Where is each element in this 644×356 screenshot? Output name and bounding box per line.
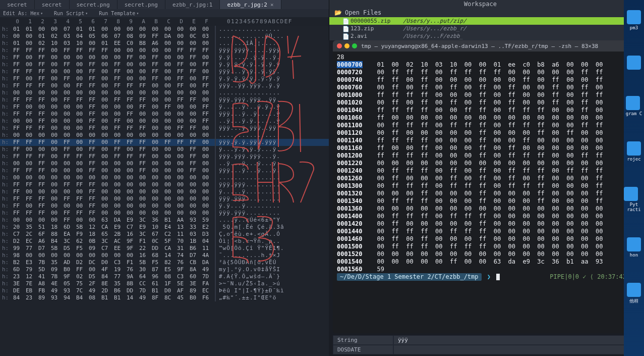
hex-byte[interactable]: 01 [98, 40, 111, 47]
hex-byte[interactable]: 02 [35, 40, 48, 47]
hex-byte[interactable]: FF [124, 111, 136, 118]
hex-byte[interactable]: 35 [48, 259, 61, 266]
hex-byte[interactable]: FF [174, 75, 187, 82]
hex-byte[interactable]: 00 [136, 174, 149, 181]
hex-byte[interactable]: 00 [149, 132, 161, 139]
hex-byte[interactable]: 00 [48, 188, 61, 195]
hex-byte[interactable]: 00 [124, 68, 136, 75]
hex-byte[interactable]: D5 [86, 273, 98, 280]
hex-byte[interactable]: 1B [187, 238, 199, 245]
hex-byte[interactable]: FF [136, 160, 149, 167]
hex-byte[interactable]: 00 [161, 96, 174, 104]
hex-byte[interactable]: 3C [61, 238, 73, 245]
hex-byte[interactable]: FF [136, 82, 149, 89]
hex-byte[interactable]: 05 [86, 33, 98, 40]
hex-byte[interactable]: 67 [149, 231, 161, 238]
hex-byte[interactable]: 00 [86, 54, 98, 61]
hex-byte[interactable]: 00 [149, 47, 161, 54]
hex-row[interactable]: h:9977D75BD5F509C7EE9F22DDCA31B611™wÖ[Õõ… [0, 245, 329, 252]
hex-byte[interactable]: FF [61, 146, 73, 153]
tab[interactable]: ezbb_r.jpg:1 [165, 0, 220, 9]
hex-byte[interactable]: FF [23, 47, 35, 54]
hex-byte[interactable]: FF [61, 153, 73, 160]
hex-byte[interactable]: 00 [136, 68, 149, 75]
ascii-cell[interactable]: ÿÿÿ...ÿ..ÿ.....ÿ [219, 111, 315, 118]
hex-byte[interactable]: FF [187, 96, 199, 104]
hex-byte[interactable]: 00 [124, 181, 136, 188]
hex-byte[interactable]: 23 [10, 273, 23, 280]
hex-byte[interactable]: 00 [199, 202, 212, 210]
hex-byte[interactable]: F5 [149, 259, 161, 266]
hex-byte[interactable]: 00 [86, 89, 98, 96]
hex-byte[interactable]: 00 [124, 26, 136, 33]
hex-byte[interactable]: FF [136, 146, 149, 153]
hex-row[interactable]: h:6D795D09B0FF004F19763087E59F8A49my].°ÿ… [0, 266, 329, 273]
hex-byte[interactable]: 00 [23, 118, 35, 125]
hex-byte[interactable]: 93 [61, 287, 73, 294]
desktop-item[interactable]: Pyt racti [624, 187, 644, 212]
hex-byte[interactable]: FF [187, 54, 199, 61]
hex-byte[interactable]: 00 [61, 118, 73, 125]
hex-byte[interactable]: 00 [73, 68, 86, 75]
hex-byte[interactable]: 00 [98, 111, 111, 118]
hex-byte[interactable]: FF [187, 139, 199, 146]
hex-byte[interactable]: 00 [124, 174, 136, 181]
hex-byte[interactable]: 00 [111, 167, 124, 174]
hex-byte[interactable]: FF [124, 82, 136, 89]
hex-byte[interactable]: 00 [174, 132, 187, 139]
hex-byte[interactable]: 00 [187, 40, 199, 47]
hex-byte[interactable]: FF [86, 47, 98, 54]
hex-byte[interactable]: D0 [98, 259, 111, 266]
hex-byte[interactable]: 68 [149, 252, 161, 259]
hex-byte[interactable]: FF [10, 61, 23, 68]
hex-byte[interactable]: 5B [73, 224, 86, 231]
hex-byte[interactable]: FF [35, 61, 48, 68]
hex-byte[interactable]: FF [35, 139, 48, 146]
hex-byte[interactable]: FF [111, 75, 124, 82]
hex-byte[interactable]: FF [136, 139, 149, 146]
window-controls[interactable] [337, 43, 357, 48]
hex-byte[interactable]: 00 [124, 104, 136, 111]
hex-byte[interactable]: 75 [73, 280, 86, 287]
hex-byte[interactable]: 00 [149, 174, 161, 181]
hex-row[interactable]: h:DEEBFB49937C492DB6DD7DB1D0AF89ECÞëû I"… [0, 287, 329, 294]
hex-byte[interactable]: 00 [23, 54, 35, 61]
hex-byte[interactable]: FF [136, 153, 149, 160]
hex-byte[interactable]: FF [73, 82, 86, 89]
hex-byte[interactable]: 63 [98, 217, 111, 224]
hex-byte[interactable]: 61 [149, 280, 161, 287]
hex-byte[interactable]: 82 [161, 259, 174, 266]
hex-byte[interactable]: FF [111, 125, 124, 132]
hex-byte[interactable]: E2 [199, 224, 212, 231]
hex-byte[interactable]: 00 [187, 210, 199, 217]
hex-byte[interactable]: 00 [98, 75, 111, 82]
ascii-cell[interactable]: ..ÿ...ÿ.ÿ......ÿ [219, 118, 315, 125]
hex-byte[interactable]: 00 [111, 160, 124, 167]
hex-byte[interactable]: FF [124, 125, 136, 132]
hex-byte[interactable]: 00 [48, 132, 61, 139]
hex-byte[interactable]: EC [199, 287, 212, 294]
hex-byte[interactable]: FF [86, 139, 98, 146]
hex-byte[interactable]: 16 [124, 231, 136, 238]
hex-byte[interactable]: 8F [149, 294, 161, 301]
ascii-cell[interactable]: ÿ.ÿ.ÿ.ÿ.ÿ..ÿ.ÿ.ÿ [219, 61, 315, 68]
hex-byte[interactable]: 74 [174, 252, 187, 259]
hex-byte[interactable]: FF [187, 47, 199, 54]
hex-byte[interactable]: 41 [35, 273, 48, 280]
hex-byte[interactable]: FF [111, 118, 124, 125]
hex-byte[interactable]: 00 [48, 104, 61, 111]
hex-byte[interactable]: 00 [199, 174, 212, 181]
hex-byte[interactable]: 00 [48, 75, 61, 82]
hex-byte[interactable]: 00 [61, 252, 73, 259]
hex-byte[interactable]: 00 [174, 210, 187, 217]
hex-byte[interactable]: FF [86, 68, 98, 75]
hex-byte[interactable]: 00 [98, 139, 111, 146]
hex-byte[interactable]: 00 [23, 75, 35, 82]
hex-byte[interactable]: 00 [149, 167, 161, 174]
hex-byte[interactable]: 00 [48, 89, 61, 96]
ascii-cell[interactable]: ÿ.....ÿ......... [219, 188, 315, 195]
hex-byte[interactable]: FF [73, 210, 86, 217]
hex-byte[interactable]: 00 [111, 47, 124, 54]
hex-byte[interactable]: 00 [111, 104, 124, 111]
hex-byte[interactable]: FF [187, 167, 199, 174]
